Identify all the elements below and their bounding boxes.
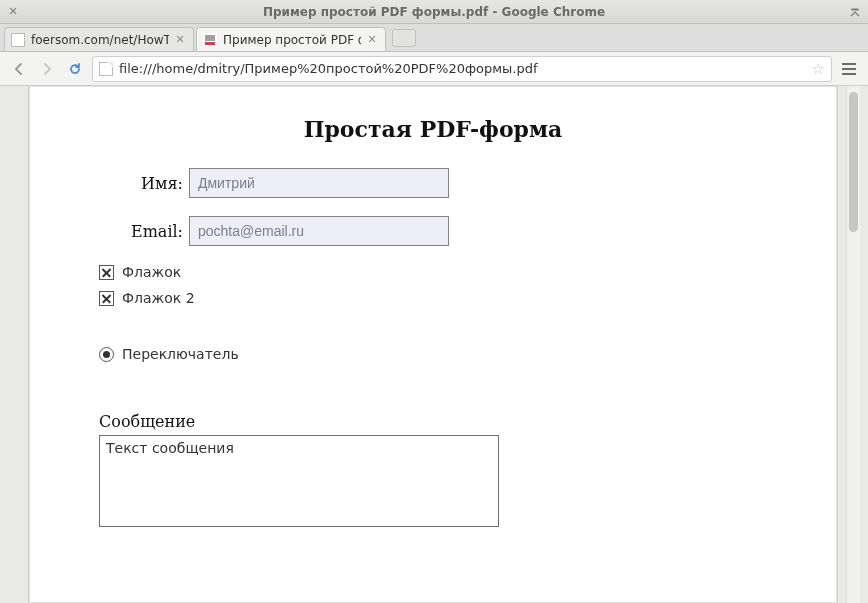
email-label: Email:	[99, 222, 189, 241]
window-title: Пример простой PDF формы.pdf - Google Ch…	[6, 5, 862, 19]
reload-button[interactable]	[64, 58, 86, 80]
bookmark-star-icon[interactable]: ☆	[812, 60, 825, 78]
menu-button[interactable]	[838, 58, 860, 80]
url-input[interactable]	[119, 61, 806, 76]
back-button[interactable]	[8, 58, 30, 80]
window-maximize-button[interactable]	[848, 5, 862, 19]
checkbox-2-label: Флажок 2	[122, 290, 195, 306]
tab-label: Пример простой PDF фо	[223, 33, 361, 47]
tab-close-button[interactable]: ✕	[365, 33, 379, 47]
checkbox-1-label: Флажок	[122, 264, 181, 280]
tab-pdf[interactable]: Пример простой PDF фо ✕	[196, 27, 386, 51]
tab-close-button[interactable]: ✕	[173, 33, 187, 47]
vertical-scrollbar[interactable]	[846, 86, 860, 603]
radio-1[interactable]	[99, 347, 114, 362]
radio-1-label: Переключатель	[122, 346, 239, 362]
checkbox-1[interactable]	[99, 265, 114, 280]
file-icon	[99, 62, 113, 76]
checkbox-2[interactable]	[99, 291, 114, 306]
name-input[interactable]	[189, 168, 449, 198]
pdf-favicon-icon	[203, 33, 217, 47]
browser-toolbar: ☆	[0, 52, 868, 86]
window-titlebar: ✕ Пример простой PDF формы.pdf - Google …	[0, 0, 868, 24]
window-close-button[interactable]: ✕	[6, 5, 20, 19]
tab-strip: foersom.com/net/HowTo/ ✕ Пример простой …	[0, 24, 868, 52]
message-textarea[interactable]	[99, 435, 499, 527]
tab-foersom[interactable]: foersom.com/net/HowTo/ ✕	[4, 27, 194, 51]
message-label: Сообщение	[99, 412, 767, 431]
scrollbar-thumb[interactable]	[849, 92, 858, 232]
address-bar[interactable]: ☆	[92, 56, 832, 82]
tab-label: foersom.com/net/HowTo/	[31, 33, 169, 47]
viewport: Простая PDF-форма Имя: Email: Флажок Фла…	[0, 86, 868, 603]
email-input[interactable]	[189, 216, 449, 246]
new-tab-button[interactable]	[392, 29, 416, 47]
pdf-page: Простая PDF-форма Имя: Email: Флажок Фла…	[28, 86, 838, 603]
name-label: Имя:	[99, 174, 189, 193]
page-favicon-icon	[11, 33, 25, 47]
page-heading: Простая PDF-форма	[99, 116, 767, 142]
forward-button[interactable]	[36, 58, 58, 80]
